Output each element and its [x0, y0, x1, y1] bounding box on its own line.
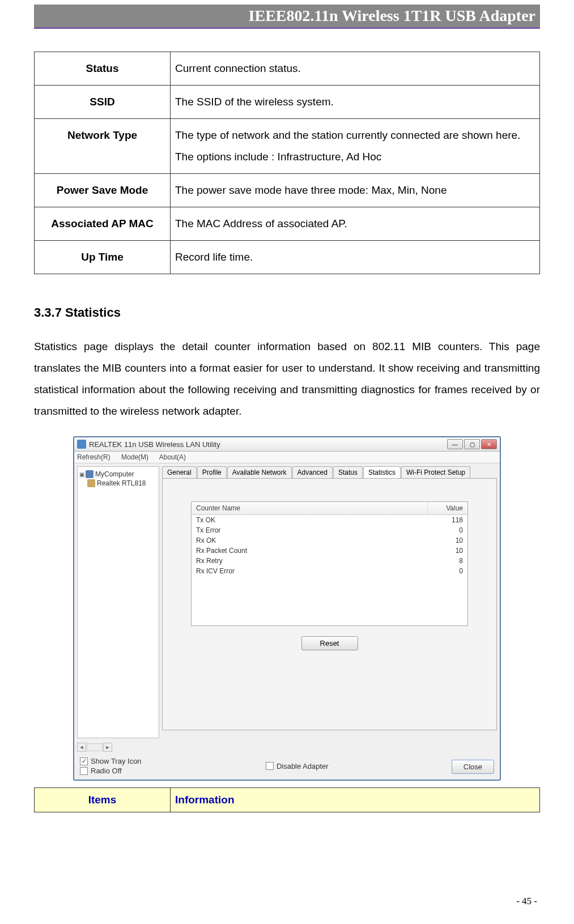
def-desc: The SSID of the wireless system.	[171, 86, 540, 119]
app-window: REALTEK 11n USB Wireless LAN Utility — ▢…	[73, 436, 501, 781]
page-number: - 45 -	[516, 896, 537, 907]
bottom-bar: ✓ Show Tray Icon Radio Off Disable Adapt…	[74, 753, 500, 780]
stats-row[interactable]: Tx Error0	[192, 525, 467, 535]
maximize-button[interactable]: ▢	[464, 439, 480, 449]
stats-row[interactable]: Rx OK10	[192, 535, 467, 546]
device-icon	[87, 479, 95, 487]
def-desc: The power save mode have three mode: Max…	[171, 174, 540, 207]
tab-general[interactable]: General	[162, 466, 197, 478]
def-desc: The MAC Address of associated AP.	[171, 207, 540, 241]
tree-child-label: Realtek RTL818	[97, 479, 146, 487]
items-table: Items Information	[34, 787, 540, 812]
show-tray-checkbox[interactable]: ✓ Show Tray Icon	[80, 757, 266, 765]
scroll-left-icon[interactable]: ◄	[77, 743, 86, 752]
def-label: Status	[35, 52, 171, 86]
stat-name: Rx ICV Error	[192, 567, 428, 576]
window-controls: — ▢ ✕	[447, 439, 497, 449]
reset-button[interactable]: Reset	[301, 636, 358, 650]
tree-panel: ▣ MyComputer Realtek RTL818	[77, 466, 159, 738]
tab-advanced[interactable]: Advanced	[292, 466, 333, 478]
stats-row[interactable]: Rx ICV Error0	[192, 566, 467, 576]
def-desc: Current connection status.	[171, 52, 540, 86]
stat-value: 0	[428, 526, 467, 535]
items-header-label: Items	[35, 788, 171, 812]
tab-available-network[interactable]: Available Network	[227, 466, 292, 478]
stat-name: Tx OK	[192, 516, 428, 525]
stats-header-name[interactable]: Counter Name	[192, 502, 428, 514]
show-tray-label: Show Tray Icon	[91, 757, 142, 765]
stats-header: Counter Name Value	[192, 502, 467, 515]
stats-listbox: Counter Name Value Tx OK118Tx Error0Rx O…	[191, 501, 468, 626]
stat-value: 10	[428, 536, 467, 545]
window-title: REALTEK 11n USB Wireless LAN Utility	[89, 440, 447, 449]
tab-content: Counter Name Value Tx OK118Tx Error0Rx O…	[162, 478, 497, 730]
menu-about[interactable]: About(A)	[159, 453, 186, 461]
checkbox-icon	[266, 762, 274, 770]
close-button[interactable]: Close	[452, 760, 494, 774]
stat-name: Tx Error	[192, 526, 428, 535]
def-label: Network Type	[35, 119, 171, 174]
minimize-button[interactable]: —	[447, 439, 463, 449]
section-body-text: Statistics page displays the detail coun…	[34, 336, 540, 422]
screenshot-wrapper: REALTEK 11n USB Wireless LAN Utility — ▢…	[73, 436, 501, 781]
tab-profile[interactable]: Profile	[197, 466, 227, 478]
tree-root-label: MyComputer	[95, 470, 134, 478]
checkbox-icon	[80, 767, 88, 775]
menubar: Refresh(R) Mode(M) About(A)	[74, 452, 500, 463]
def-desc: The type of network and the station curr…	[171, 119, 540, 174]
stat-name: Rx OK	[192, 536, 428, 545]
disable-adapter-label: Disable Adapter	[277, 762, 329, 770]
menu-refresh[interactable]: Refresh(R)	[77, 453, 110, 461]
items-header-info: Information	[171, 788, 540, 812]
scroll-track[interactable]	[87, 743, 103, 751]
tab-status[interactable]: Status	[333, 466, 363, 478]
page-header-banner: IEEE802.11n Wireless 1T1R USB Adapter	[34, 5, 540, 29]
computer-icon	[86, 470, 93, 478]
horizontal-scrollbar[interactable]: ◄ ►	[77, 743, 497, 752]
stats-header-value[interactable]: Value	[428, 502, 467, 514]
stats-row[interactable]: Tx OK118	[192, 515, 467, 525]
def-label: SSID	[35, 86, 171, 119]
section-heading: 3.3.7 Statistics	[34, 305, 540, 320]
disable-adapter-checkbox[interactable]: Disable Adapter	[266, 762, 452, 770]
stat-name: Rx Packet Count	[192, 546, 428, 555]
titlebar: REALTEK 11n USB Wireless LAN Utility — ▢…	[74, 437, 500, 452]
tab-wi-fi-protect-setup[interactable]: Wi-Fi Protect Setup	[401, 466, 470, 478]
scroll-right-icon[interactable]: ►	[103, 743, 112, 752]
close-window-button[interactable]: ✕	[481, 439, 497, 449]
checkbox-icon: ✓	[80, 757, 88, 765]
app-icon	[77, 440, 86, 449]
tree-root-item[interactable]: ▣ MyComputer	[79, 470, 157, 479]
radio-off-checkbox[interactable]: Radio Off	[80, 767, 266, 775]
tree-child-item[interactable]: Realtek RTL818	[79, 479, 157, 488]
def-label: Power Save Mode	[35, 174, 171, 207]
main-area: ▣ MyComputer Realtek RTL818 GeneralProfi…	[74, 463, 500, 741]
definitions-table: StatusCurrent connection status.SSIDThe …	[34, 52, 540, 274]
tab-row: GeneralProfileAvailable NetworkAdvancedS…	[162, 466, 497, 478]
content-panel: GeneralProfileAvailable NetworkAdvancedS…	[162, 466, 497, 738]
def-label: Associated AP MAC	[35, 207, 171, 241]
stats-row[interactable]: Rx Packet Count10	[192, 546, 467, 556]
def-desc: Record life time.	[171, 241, 540, 274]
def-label: Up Time	[35, 241, 171, 274]
stat-value: 10	[428, 546, 467, 555]
stat-value: 118	[428, 516, 467, 525]
menu-mode[interactable]: Mode(M)	[121, 453, 148, 461]
stat-name: Rx Retry	[192, 556, 428, 565]
stats-row[interactable]: Rx Retry8	[192, 556, 467, 566]
radio-off-label: Radio Off	[91, 767, 122, 775]
tab-statistics[interactable]: Statistics	[363, 466, 401, 478]
stat-value: 0	[428, 567, 467, 576]
stat-value: 8	[428, 556, 467, 565]
